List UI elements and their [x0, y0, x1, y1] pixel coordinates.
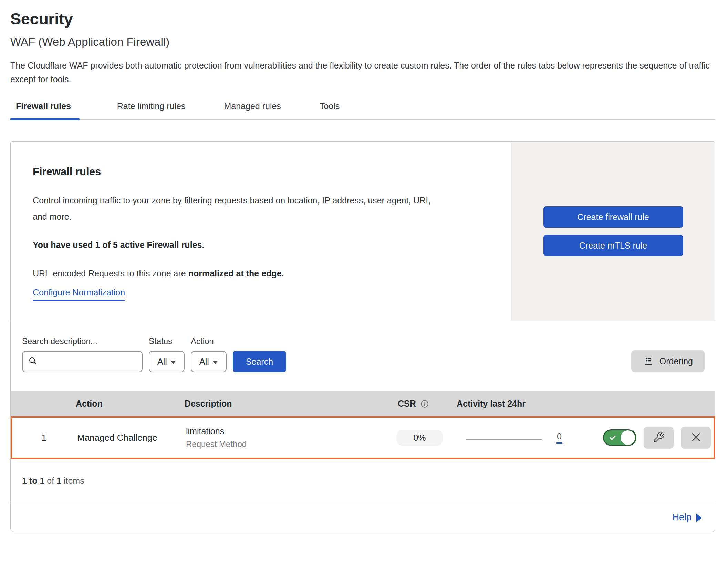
rule-activity-cell: 0 — [451, 431, 581, 444]
create-firewall-rule-button[interactable]: Create firewall rule — [543, 206, 683, 228]
check-icon — [609, 434, 617, 442]
info-icon[interactable] — [420, 399, 429, 408]
ordering-button-label: Ordering — [659, 356, 693, 366]
configure-normalization-link[interactable]: Configure Normalization — [33, 288, 125, 301]
status-label: Status — [149, 336, 185, 346]
page-intro: The Cloudflare WAF provides both automat… — [10, 59, 713, 86]
rule-description: limitations Request Method — [186, 426, 384, 449]
action-label: Action — [191, 336, 227, 346]
ordering-button[interactable]: Ordering — [631, 350, 705, 372]
status-dropdown[interactable]: All — [149, 351, 185, 372]
rule-description-name: limitations — [186, 426, 384, 436]
close-icon — [690, 431, 702, 445]
security-waf-page: Security WAF (Web Application Firewall) … — [0, 0, 728, 532]
tab-firewall-rules[interactable]: Firewall rules — [10, 101, 80, 119]
edit-rule-button[interactable] — [644, 427, 674, 449]
search-input[interactable] — [38, 356, 137, 367]
tab-rate-limiting-rules[interactable]: Rate limiting rules — [108, 101, 194, 119]
normalization-text: URL-encoded Requests to this zone are no… — [33, 269, 497, 279]
panel-summary-text: Firewall rules Control incoming traffic … — [11, 142, 511, 321]
activity-count-link[interactable]: 0 — [556, 431, 562, 444]
rule-controls — [581, 427, 714, 449]
card-description: Control incoming traffic to your zone by… — [33, 192, 434, 225]
filter-bar: Search description... Status All — [11, 321, 715, 391]
col-csr: CSR — [386, 399, 453, 409]
search-input-box[interactable] — [22, 351, 143, 372]
search-button[interactable]: Search — [233, 351, 286, 372]
search-icon — [28, 356, 38, 367]
action-filter-field: Action All — [191, 336, 227, 372]
action-value: All — [199, 357, 209, 367]
usage-text: You have used 1 of 5 active Firewall rul… — [33, 240, 497, 250]
tab-tools[interactable]: Tools — [311, 101, 348, 119]
search-description-field: Search description... — [22, 336, 143, 372]
col-action: Action — [74, 399, 185, 409]
rule-action: Managed Challenge — [76, 432, 186, 443]
page-subtitle: WAF (Web Application Firewall) — [10, 34, 718, 50]
chevron-down-icon — [170, 361, 176, 364]
card-heading: Firewall rules — [33, 166, 497, 178]
create-mtls-rule-button[interactable]: Create mTLS rule — [543, 235, 683, 256]
help-section: Help — [11, 503, 715, 532]
panel-actions-sidebar: Create firewall rule Create mTLS rule — [511, 142, 715, 321]
help-link[interactable]: Help — [672, 512, 702, 523]
list-ordering-icon — [643, 355, 654, 368]
rule-priority: 1 — [12, 432, 76, 443]
action-dropdown[interactable]: All — [191, 351, 227, 372]
filter-controls: Search description... Status All — [22, 336, 286, 372]
arrow-right-icon — [696, 514, 702, 522]
page-title: Security — [10, 9, 718, 29]
status-value: All — [157, 357, 167, 367]
panel-summary-section: Firewall rules Control incoming traffic … — [11, 142, 715, 321]
status-filter-field: Status All — [149, 336, 185, 372]
rule-description-field: Request Method — [186, 439, 384, 449]
pagination-summary: 1 to 1 of 1 items — [11, 459, 715, 503]
firewall-rules-panel: Firewall rules Control incoming traffic … — [10, 141, 715, 532]
chevron-down-icon — [212, 361, 218, 364]
table-header: Action Description CSR Activity last 24h… — [11, 391, 715, 416]
search-description-label: Search description... — [22, 336, 143, 346]
delete-rule-button[interactable] — [681, 427, 711, 449]
rules-tab-bar: Firewall rules Rate limiting rules Manag… — [10, 101, 715, 120]
rule-enabled-toggle[interactable] — [603, 429, 636, 446]
tab-managed-rules[interactable]: Managed rules — [215, 101, 289, 119]
col-activity: Activity last 24hr — [453, 399, 582, 409]
firewall-rule-row[interactable]: 1 Managed Challenge limitations Request … — [11, 416, 715, 459]
col-description: Description — [185, 399, 386, 409]
toggle-knob — [621, 430, 635, 445]
rule-csr-cell: 0% — [384, 430, 451, 446]
wrench-icon — [653, 431, 665, 445]
csr-badge: 0% — [396, 430, 443, 446]
help-link-label: Help — [672, 512, 691, 523]
activity-sparkline — [466, 439, 542, 440]
